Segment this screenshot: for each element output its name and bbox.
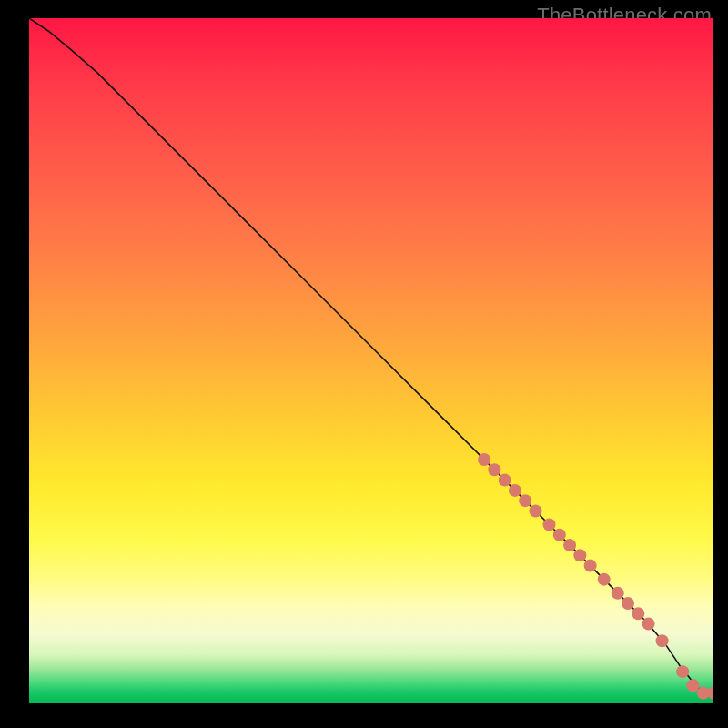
data-point [499,474,511,487]
data-point [563,539,576,551]
data-point [543,518,556,531]
data-point [478,453,490,466]
data-point [488,463,500,476]
data-point [598,573,611,586]
data-point [707,686,713,699]
plot-area [29,18,713,703]
data-point [656,634,669,647]
data-point [642,618,655,631]
chart-stage: TheBottleneck.com [0,0,728,728]
data-point [612,587,624,600]
data-point [622,597,634,610]
data-point [632,607,644,620]
data-point [529,504,541,517]
data-point [573,549,586,561]
data-point [686,679,699,692]
data-point [676,665,689,678]
data-point [509,484,521,497]
data-point [584,560,597,572]
chart-svg [29,18,713,703]
data-point [519,494,531,507]
bottleneck-curve [29,18,713,693]
data-point [553,529,566,541]
